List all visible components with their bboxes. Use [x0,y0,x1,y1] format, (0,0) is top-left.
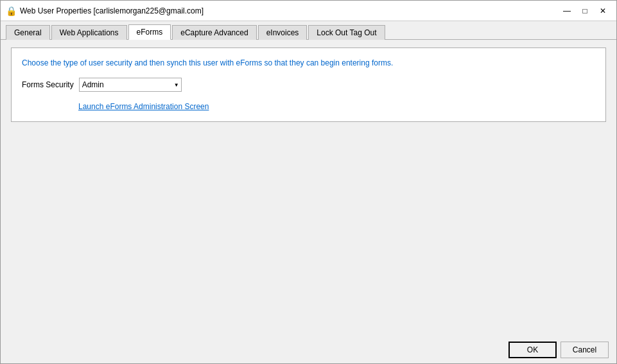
panel-description: Choose the type of user security and the… [22,58,595,67]
close-button[interactable]: ✕ [595,4,611,17]
tab-lock-out-tag-out[interactable]: Lock Out Tag Out [308,25,385,40]
title-bar-controls: — □ ✕ [559,4,611,17]
minimize-button[interactable]: — [559,4,575,17]
forms-security-label: Forms Security [22,80,74,89]
eforms-panel: Choose the type of user security and the… [11,48,606,122]
forms-security-row: Forms Security Admin User Read Only None [22,78,595,92]
forms-security-select-wrapper: Admin User Read Only None [79,78,182,92]
content-area: Choose the type of user security and the… [1,40,616,336]
tab-einvoices[interactable]: eInvoices [258,25,308,40]
title-bar-left: 🔒 Web User Properties [carlislemorgan225… [6,6,204,16]
ok-button[interactable]: OK [508,342,557,358]
cancel-button[interactable]: Cancel [561,342,609,358]
tab-general[interactable]: General [6,25,50,40]
window: 🔒 Web User Properties [carlislemorgan225… [0,0,617,364]
launch-eforms-link[interactable]: Launch eForms Administration Screen [78,102,209,111]
title-bar: 🔒 Web User Properties [carlislemorgan225… [1,1,616,21]
window-title: Web User Properties [carlislemorgan225@g… [20,6,204,15]
tab-ecapture-advanced[interactable]: eCapture Advanced [172,25,256,40]
forms-security-select[interactable]: Admin User Read Only None [79,78,182,92]
tab-eforms[interactable]: eForms [128,24,171,40]
tabs-bar: General Web Applications eForms eCapture… [1,21,616,40]
window-icon: 🔒 [6,6,16,16]
tab-web-applications[interactable]: Web Applications [51,25,127,40]
maximize-button[interactable]: □ [577,4,593,17]
link-area: Launch eForms Administration Screen [22,102,595,111]
footer: OK Cancel [1,336,616,363]
spacer [11,122,606,329]
